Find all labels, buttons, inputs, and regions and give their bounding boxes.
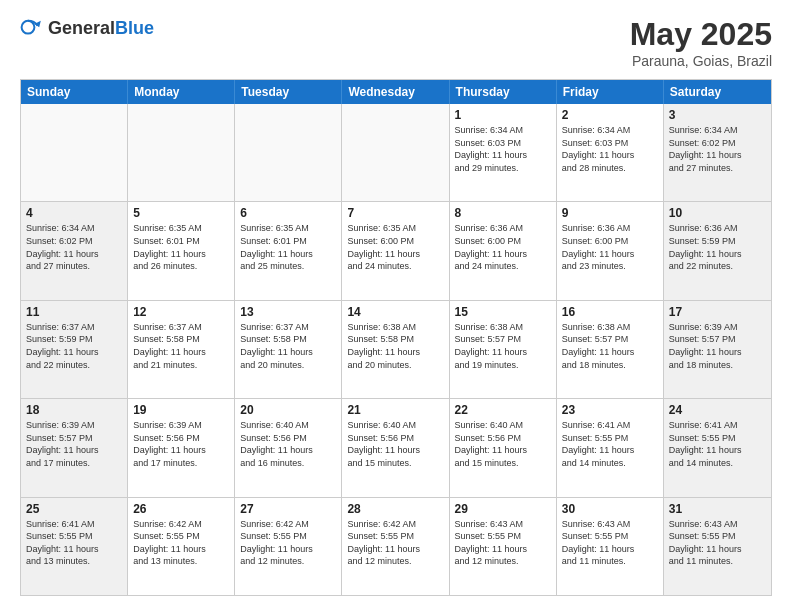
calendar-row-1: 4Sunrise: 6:34 AM Sunset: 6:02 PM Daylig… bbox=[21, 202, 771, 300]
location: Parauna, Goias, Brazil bbox=[630, 53, 772, 69]
calendar-cell-31: 31Sunrise: 6:43 AM Sunset: 5:55 PM Dayli… bbox=[664, 498, 771, 595]
cell-info: Sunrise: 6:35 AM Sunset: 6:01 PM Dayligh… bbox=[240, 222, 336, 272]
cell-info: Sunrise: 6:40 AM Sunset: 5:56 PM Dayligh… bbox=[240, 419, 336, 469]
day-number: 9 bbox=[562, 206, 658, 220]
day-number: 28 bbox=[347, 502, 443, 516]
cell-info: Sunrise: 6:34 AM Sunset: 6:03 PM Dayligh… bbox=[455, 124, 551, 174]
cell-info: Sunrise: 6:34 AM Sunset: 6:03 PM Dayligh… bbox=[562, 124, 658, 174]
cell-info: Sunrise: 6:39 AM Sunset: 5:57 PM Dayligh… bbox=[26, 419, 122, 469]
cell-info: Sunrise: 6:37 AM Sunset: 5:58 PM Dayligh… bbox=[133, 321, 229, 371]
day-number: 23 bbox=[562, 403, 658, 417]
day-number: 14 bbox=[347, 305, 443, 319]
cell-info: Sunrise: 6:42 AM Sunset: 5:55 PM Dayligh… bbox=[240, 518, 336, 568]
calendar-row-3: 18Sunrise: 6:39 AM Sunset: 5:57 PM Dayli… bbox=[21, 399, 771, 497]
cell-info: Sunrise: 6:34 AM Sunset: 6:02 PM Dayligh… bbox=[26, 222, 122, 272]
cell-info: Sunrise: 6:40 AM Sunset: 5:56 PM Dayligh… bbox=[455, 419, 551, 469]
month-year: May 2025 bbox=[630, 16, 772, 53]
empty-cell bbox=[235, 104, 342, 201]
calendar-cell-24: 24Sunrise: 6:41 AM Sunset: 5:55 PM Dayli… bbox=[664, 399, 771, 496]
cell-info: Sunrise: 6:35 AM Sunset: 6:00 PM Dayligh… bbox=[347, 222, 443, 272]
day-number: 17 bbox=[669, 305, 766, 319]
day-number: 18 bbox=[26, 403, 122, 417]
calendar-cell-12: 12Sunrise: 6:37 AM Sunset: 5:58 PM Dayli… bbox=[128, 301, 235, 398]
day-number: 13 bbox=[240, 305, 336, 319]
calendar: SundayMondayTuesdayWednesdayThursdayFrid… bbox=[20, 79, 772, 596]
day-header-sunday: Sunday bbox=[21, 80, 128, 104]
header: GeneralBlue May 2025 Parauna, Goias, Bra… bbox=[20, 16, 772, 69]
cell-info: Sunrise: 6:42 AM Sunset: 5:55 PM Dayligh… bbox=[347, 518, 443, 568]
cell-info: Sunrise: 6:34 AM Sunset: 6:02 PM Dayligh… bbox=[669, 124, 766, 174]
logo: GeneralBlue bbox=[20, 16, 154, 40]
day-number: 30 bbox=[562, 502, 658, 516]
calendar-cell-29: 29Sunrise: 6:43 AM Sunset: 5:55 PM Dayli… bbox=[450, 498, 557, 595]
day-headers: SundayMondayTuesdayWednesdayThursdayFrid… bbox=[21, 80, 771, 104]
day-number: 6 bbox=[240, 206, 336, 220]
calendar-row-0: 1Sunrise: 6:34 AM Sunset: 6:03 PM Daylig… bbox=[21, 104, 771, 202]
calendar-cell-15: 15Sunrise: 6:38 AM Sunset: 5:57 PM Dayli… bbox=[450, 301, 557, 398]
title-block: May 2025 Parauna, Goias, Brazil bbox=[630, 16, 772, 69]
cell-info: Sunrise: 6:40 AM Sunset: 5:56 PM Dayligh… bbox=[347, 419, 443, 469]
calendar-cell-13: 13Sunrise: 6:37 AM Sunset: 5:58 PM Dayli… bbox=[235, 301, 342, 398]
cell-info: Sunrise: 6:39 AM Sunset: 5:56 PM Dayligh… bbox=[133, 419, 229, 469]
cell-info: Sunrise: 6:41 AM Sunset: 5:55 PM Dayligh… bbox=[562, 419, 658, 469]
calendar-cell-17: 17Sunrise: 6:39 AM Sunset: 5:57 PM Dayli… bbox=[664, 301, 771, 398]
calendar-cell-10: 10Sunrise: 6:36 AM Sunset: 5:59 PM Dayli… bbox=[664, 202, 771, 299]
logo-text: GeneralBlue bbox=[48, 18, 154, 39]
empty-cell bbox=[128, 104, 235, 201]
day-number: 31 bbox=[669, 502, 766, 516]
cell-info: Sunrise: 6:42 AM Sunset: 5:55 PM Dayligh… bbox=[133, 518, 229, 568]
day-number: 5 bbox=[133, 206, 229, 220]
day-header-friday: Friday bbox=[557, 80, 664, 104]
calendar-cell-1: 1Sunrise: 6:34 AM Sunset: 6:03 PM Daylig… bbox=[450, 104, 557, 201]
calendar-cell-11: 11Sunrise: 6:37 AM Sunset: 5:59 PM Dayli… bbox=[21, 301, 128, 398]
day-number: 10 bbox=[669, 206, 766, 220]
day-number: 26 bbox=[133, 502, 229, 516]
day-number: 20 bbox=[240, 403, 336, 417]
day-header-tuesday: Tuesday bbox=[235, 80, 342, 104]
day-number: 12 bbox=[133, 305, 229, 319]
day-number: 27 bbox=[240, 502, 336, 516]
cell-info: Sunrise: 6:41 AM Sunset: 5:55 PM Dayligh… bbox=[26, 518, 122, 568]
calendar-cell-9: 9Sunrise: 6:36 AM Sunset: 6:00 PM Daylig… bbox=[557, 202, 664, 299]
calendar-cell-30: 30Sunrise: 6:43 AM Sunset: 5:55 PM Dayli… bbox=[557, 498, 664, 595]
cell-info: Sunrise: 6:35 AM Sunset: 6:01 PM Dayligh… bbox=[133, 222, 229, 272]
cell-info: Sunrise: 6:39 AM Sunset: 5:57 PM Dayligh… bbox=[669, 321, 766, 371]
empty-cell bbox=[21, 104, 128, 201]
calendar-cell-28: 28Sunrise: 6:42 AM Sunset: 5:55 PM Dayli… bbox=[342, 498, 449, 595]
cell-info: Sunrise: 6:38 AM Sunset: 5:57 PM Dayligh… bbox=[562, 321, 658, 371]
day-number: 15 bbox=[455, 305, 551, 319]
cell-info: Sunrise: 6:41 AM Sunset: 5:55 PM Dayligh… bbox=[669, 419, 766, 469]
cell-info: Sunrise: 6:43 AM Sunset: 5:55 PM Dayligh… bbox=[669, 518, 766, 568]
day-number: 2 bbox=[562, 108, 658, 122]
day-number: 29 bbox=[455, 502, 551, 516]
cell-info: Sunrise: 6:36 AM Sunset: 6:00 PM Dayligh… bbox=[562, 222, 658, 272]
day-number: 7 bbox=[347, 206, 443, 220]
calendar-row-4: 25Sunrise: 6:41 AM Sunset: 5:55 PM Dayli… bbox=[21, 498, 771, 595]
calendar-cell-26: 26Sunrise: 6:42 AM Sunset: 5:55 PM Dayli… bbox=[128, 498, 235, 595]
day-number: 21 bbox=[347, 403, 443, 417]
calendar-cell-22: 22Sunrise: 6:40 AM Sunset: 5:56 PM Dayli… bbox=[450, 399, 557, 496]
calendar-cell-4: 4Sunrise: 6:34 AM Sunset: 6:02 PM Daylig… bbox=[21, 202, 128, 299]
calendar-cell-19: 19Sunrise: 6:39 AM Sunset: 5:56 PM Dayli… bbox=[128, 399, 235, 496]
day-number: 3 bbox=[669, 108, 766, 122]
calendar-cell-6: 6Sunrise: 6:35 AM Sunset: 6:01 PM Daylig… bbox=[235, 202, 342, 299]
calendar-cell-5: 5Sunrise: 6:35 AM Sunset: 6:01 PM Daylig… bbox=[128, 202, 235, 299]
day-number: 4 bbox=[26, 206, 122, 220]
svg-point-0 bbox=[22, 21, 35, 34]
calendar-cell-21: 21Sunrise: 6:40 AM Sunset: 5:56 PM Dayli… bbox=[342, 399, 449, 496]
calendar-cell-16: 16Sunrise: 6:38 AM Sunset: 5:57 PM Dayli… bbox=[557, 301, 664, 398]
empty-cell bbox=[342, 104, 449, 201]
calendar-cell-18: 18Sunrise: 6:39 AM Sunset: 5:57 PM Dayli… bbox=[21, 399, 128, 496]
calendar-row-2: 11Sunrise: 6:37 AM Sunset: 5:59 PM Dayli… bbox=[21, 301, 771, 399]
calendar-cell-23: 23Sunrise: 6:41 AM Sunset: 5:55 PM Dayli… bbox=[557, 399, 664, 496]
cell-info: Sunrise: 6:36 AM Sunset: 6:00 PM Dayligh… bbox=[455, 222, 551, 272]
day-header-wednesday: Wednesday bbox=[342, 80, 449, 104]
cell-info: Sunrise: 6:38 AM Sunset: 5:58 PM Dayligh… bbox=[347, 321, 443, 371]
day-header-thursday: Thursday bbox=[450, 80, 557, 104]
calendar-cell-25: 25Sunrise: 6:41 AM Sunset: 5:55 PM Dayli… bbox=[21, 498, 128, 595]
cell-info: Sunrise: 6:38 AM Sunset: 5:57 PM Dayligh… bbox=[455, 321, 551, 371]
day-header-monday: Monday bbox=[128, 80, 235, 104]
day-number: 22 bbox=[455, 403, 551, 417]
cell-info: Sunrise: 6:36 AM Sunset: 5:59 PM Dayligh… bbox=[669, 222, 766, 272]
calendar-body: 1Sunrise: 6:34 AM Sunset: 6:03 PM Daylig… bbox=[21, 104, 771, 595]
